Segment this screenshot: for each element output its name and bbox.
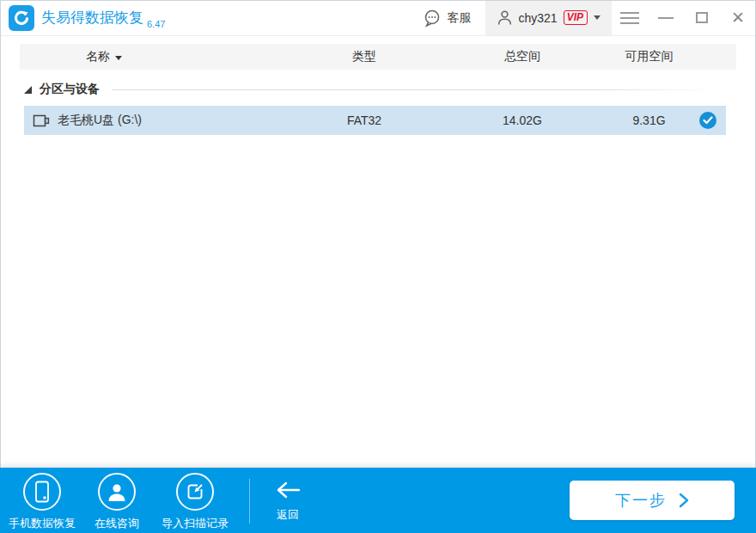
titlebar: 失易得数据恢复 6.47 客服 chy321 VIP xyxy=(0,0,756,36)
minimize-button[interactable] xyxy=(648,0,684,35)
window-controls: ✕ xyxy=(612,0,756,35)
import-scan-record-label: 导入扫描记录 xyxy=(162,516,229,531)
table-row-usb-drive[interactable]: 老毛桃U盘 (G:\) FAT32 14.02G 9.31G xyxy=(24,106,726,135)
device-check-cell xyxy=(690,112,726,129)
vip-badge: VIP xyxy=(564,10,588,25)
footer-toolbar: 手机数据恢复 在线咨询 导入扫描记录 xyxy=(0,468,756,533)
app-window: 失易得数据恢复 6.47 客服 chy321 VIP xyxy=(0,0,756,533)
close-icon: ✕ xyxy=(731,9,745,26)
device-free-cell: 9.31G xyxy=(608,113,690,127)
chat-bubble-icon xyxy=(423,9,442,28)
support-label: 客服 xyxy=(448,10,472,26)
row-checkbox-checked[interactable] xyxy=(699,112,716,129)
device-type-cell: FAT32 xyxy=(292,113,436,127)
menu-button[interactable] xyxy=(612,0,648,35)
expanded-triangle-icon xyxy=(24,86,32,94)
device-name: 老毛桃U盘 (G:\) xyxy=(58,113,142,128)
support-button[interactable]: 客服 xyxy=(423,9,472,28)
maximize-icon xyxy=(696,12,708,23)
app-title: 失易得数据恢复 xyxy=(41,8,143,28)
chevron-right-icon xyxy=(679,493,689,508)
close-button[interactable]: ✕ xyxy=(720,0,756,35)
import-icon xyxy=(176,473,214,511)
column-header-total: 总空间 xyxy=(436,49,608,64)
next-step-label: 下一步 xyxy=(615,490,667,511)
hamburger-icon xyxy=(620,9,639,28)
person-icon xyxy=(98,473,136,511)
device-total-cell: 14.02G xyxy=(436,113,608,127)
username: chy321 xyxy=(519,11,558,25)
maximize-button[interactable] xyxy=(684,0,720,35)
next-step-button[interactable]: 下一步 xyxy=(570,481,735,520)
column-header-name[interactable]: 名称 xyxy=(20,49,292,64)
footer-spacer xyxy=(314,468,570,533)
name-header-label: 名称 xyxy=(86,49,110,64)
online-consult-button[interactable]: 在线咨询 xyxy=(80,468,154,533)
back-arrow-icon xyxy=(274,481,302,499)
section-divider xyxy=(112,89,716,90)
online-consult-label: 在线咨询 xyxy=(94,516,139,531)
chevron-down-icon xyxy=(594,15,601,20)
usb-drive-icon xyxy=(33,113,51,128)
phone-recovery-label: 手机数据恢复 xyxy=(9,516,76,531)
check-icon xyxy=(703,116,713,125)
user-icon xyxy=(497,9,513,26)
footer-divider xyxy=(249,479,250,524)
column-header-type: 类型 xyxy=(292,49,436,64)
section-partitions-toggle[interactable]: 分区与设备 xyxy=(24,82,716,97)
phone-icon xyxy=(23,473,61,511)
app-version: 6.47 xyxy=(147,19,165,29)
section-title: 分区与设备 xyxy=(40,82,100,97)
phone-recovery-button[interactable]: 手机数据恢复 xyxy=(4,468,80,533)
minimize-icon xyxy=(658,17,674,19)
device-name-cell: 老毛桃U盘 (G:\) xyxy=(24,113,292,128)
back-label: 返回 xyxy=(277,507,299,523)
back-button[interactable]: 返回 xyxy=(262,468,314,533)
column-header-free: 可用空间 xyxy=(608,49,690,64)
import-scan-record-button[interactable]: 导入扫描记录 xyxy=(154,468,236,533)
sort-caret-icon xyxy=(115,56,122,60)
user-account-menu[interactable]: chy321 VIP xyxy=(485,0,613,35)
app-logo-icon xyxy=(9,5,34,31)
list-header: 名称 类型 总空间 可用空间 xyxy=(20,44,736,70)
